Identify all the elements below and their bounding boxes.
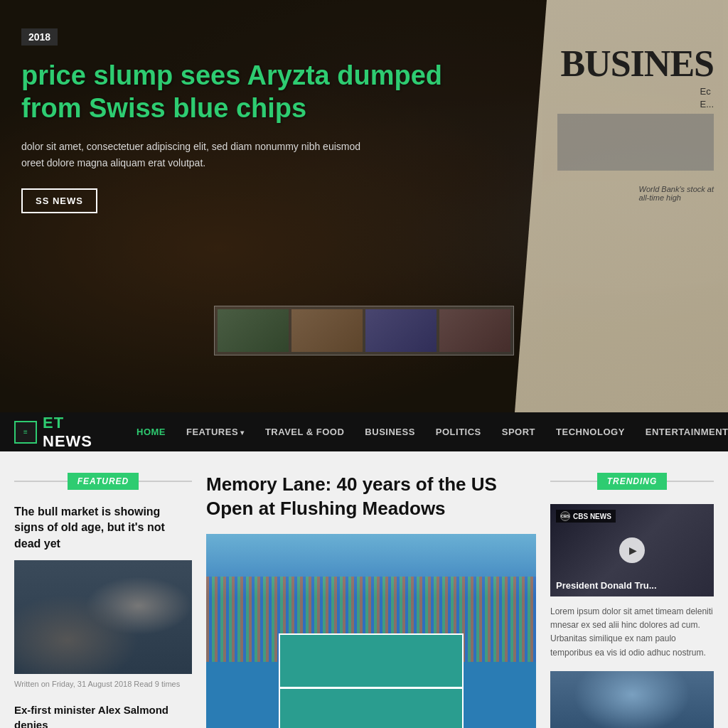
hero-button[interactable]: SS NEWS — [21, 188, 97, 213]
featured-column: FEATURED The bull market is showing sign… — [14, 473, 192, 728]
hero-title: price slump sees Aryzta dumped from Swis… — [21, 60, 476, 124]
trending-image-2-bg — [550, 671, 714, 728]
main-article-title[interactable]: Memory Lane: 40 years of the US Open at … — [206, 473, 536, 521]
nav-sport[interactable]: SPORT — [493, 421, 544, 443]
trending-description: Lorem ipsum dolor sit amet timeam deleni… — [550, 605, 714, 660]
navbar: ≡ ET NEWS HOME FEATURES TRAVEL & FOOD BU… — [0, 412, 728, 451]
video-play-button[interactable] — [619, 537, 645, 563]
main-content: FEATURED The bull market is showing sign… — [0, 451, 728, 728]
nav-entertainment[interactable]: ENTERTAINMENT — [637, 421, 728, 443]
trending-video[interactable]: CBS CBS NEWS President Donald Tru... — [550, 504, 714, 596]
logo-text: ET NEWS — [43, 414, 92, 451]
video-source-label: CBS CBS NEWS — [556, 510, 616, 523]
nav-politics[interactable]: POLITICS — [427, 421, 490, 443]
logo-icon: ≡ — [14, 421, 37, 444]
newspaper-caption: World Bank's stock at all-time high — [639, 185, 714, 202]
hero-thumb-4[interactable] — [439, 309, 510, 352]
featured-image-bg — [14, 560, 192, 674]
nav-home[interactable]: HOME — [128, 421, 174, 443]
featured-article2-title[interactable]: Ex-first minister Alex Salmond denies — [14, 702, 192, 728]
hero-date: 2018 — [21, 28, 58, 46]
trending-badge: TRENDING — [597, 473, 668, 490]
nav-travel-food[interactable]: TRAVEL & FOOD — [257, 421, 353, 443]
featured-header: FEATURED — [14, 473, 192, 490]
hero-thumb-1[interactable] — [218, 309, 289, 352]
newspaper-sub: Ec E... — [700, 85, 714, 111]
nav-business[interactable]: BUSINESS — [356, 421, 423, 443]
cbs-logo-icon: CBS — [560, 511, 570, 521]
main-article-image[interactable] — [206, 534, 536, 728]
logo-icon-text: ≡ — [23, 429, 28, 436]
trending-column: TRENDING CBS CBS NEWS President Donald T… — [550, 473, 714, 728]
court-net — [279, 687, 464, 689]
tennis-court-bg — [206, 534, 536, 728]
hero-thumb-3[interactable] — [365, 309, 437, 352]
trending-header-line-right — [667, 481, 714, 482]
logo[interactable]: ≡ ET NEWS — [14, 414, 92, 451]
hero-thumb-2[interactable] — [291, 309, 363, 352]
trending-header-line-left — [550, 481, 597, 482]
hero-newspaper: BUSINES Ec E... World Bank's stock at al… — [515, 0, 728, 412]
court-surface — [279, 633, 464, 728]
nav-technology[interactable]: TECHNOLOGY — [547, 421, 633, 443]
featured-article-title[interactable]: The bull market is showing signs of old … — [14, 504, 192, 552]
hero-section: BUSINES Ec E... World Bank's stock at al… — [0, 0, 728, 412]
logo-et: ET — [43, 414, 64, 432]
featured-header-line-left — [14, 481, 68, 482]
nav-links: HOME FEATURES TRAVEL & FOOD BUSINESS POL… — [128, 421, 728, 443]
featured-article-image[interactable] — [14, 560, 192, 674]
featured-article-meta: Written on Friday, 31 August 2018 Read 9… — [14, 680, 192, 688]
newspaper-title: BUSINES — [560, 43, 714, 85]
nav-features[interactable]: FEATURES — [178, 421, 253, 443]
featured-badge: FEATURED — [68, 473, 139, 490]
video-title: President Donald Tru... — [556, 580, 708, 591]
trending-header: TRENDING — [550, 473, 714, 490]
featured-header-line-right — [139, 481, 192, 482]
main-article-column: Memory Lane: 40 years of the US Open at … — [206, 473, 536, 728]
hero-excerpt: dolor sit amet, consectetuer adipiscing … — [21, 139, 363, 171]
newspaper-image — [557, 114, 714, 171]
hero-thumbnails — [214, 306, 514, 355]
trending-image-2[interactable] — [550, 671, 714, 728]
hero-content: 2018 price slump sees Aryzta dumped from… — [0, 0, 498, 242]
